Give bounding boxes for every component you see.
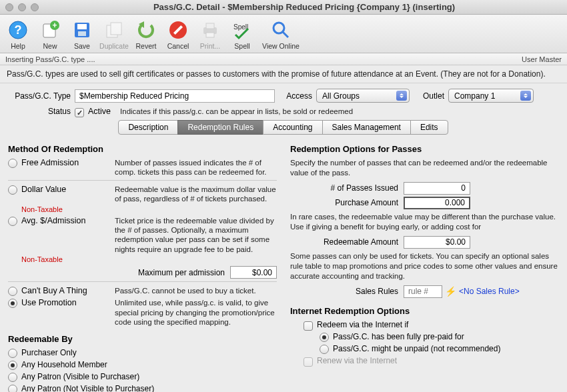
passes-issued-label: # of Passes Issued bbox=[290, 183, 404, 193]
type-label: Pass/G.C. Type bbox=[8, 91, 75, 101]
svg-text:?: ? bbox=[15, 23, 22, 37]
dollar-value-nontax: Non-Taxable bbox=[21, 205, 277, 213]
info-text: Pass/G.C. types are used to sell gift ce… bbox=[0, 65, 567, 83]
revert-label: Revert bbox=[131, 42, 161, 50]
cancel-icon bbox=[167, 19, 189, 41]
spell-icon: Spell bbox=[231, 19, 253, 41]
max-per-admission-label: Maximum per admission bbox=[115, 268, 230, 277]
svg-text:+: + bbox=[52, 21, 57, 30]
method-of-redemption-title: Method Of Redemption bbox=[8, 144, 277, 154]
active-checkbox[interactable] bbox=[75, 108, 84, 117]
view-online-icon bbox=[270, 19, 292, 41]
redemption-options-desc: Specify the number of passes that can be… bbox=[290, 158, 559, 178]
svg-rect-9 bbox=[111, 23, 121, 35]
outlet-label: Outlet bbox=[410, 91, 448, 101]
radio-might-be-unpaid[interactable] bbox=[320, 345, 329, 354]
radio-use-promotion[interactable] bbox=[8, 299, 17, 308]
toolbar: ? Help + New Save Duplicate Revert Cance… bbox=[0, 15, 567, 53]
tab-description[interactable]: Description bbox=[118, 120, 178, 135]
zoom-window-button[interactable] bbox=[31, 3, 39, 11]
outlet-value: Company 1 bbox=[454, 91, 495, 101]
radio-prepaid[interactable] bbox=[320, 333, 329, 342]
free-admission-desc: Number of passes issued indicates the # … bbox=[115, 158, 277, 177]
help-label: Help bbox=[3, 42, 33, 50]
revert-icon bbox=[135, 19, 157, 41]
print-label: Print... bbox=[195, 42, 225, 50]
cant-buy-label: Can't Buy A Thing bbox=[21, 286, 115, 295]
bolt-icon[interactable]: ⚡ bbox=[445, 286, 456, 297]
access-value: All Groups bbox=[322, 91, 360, 101]
max-per-admission-input[interactable] bbox=[230, 266, 277, 279]
view-online-button[interactable]: View Online bbox=[259, 19, 303, 50]
redeemable-by-title: Redeemable By bbox=[8, 334, 277, 344]
no-sales-rule-link[interactable]: <No Sales Rule> bbox=[459, 287, 520, 296]
prepaid-label: Pass/G.C. has been fully pre-paid for bbox=[333, 332, 464, 341]
save-label: Save bbox=[67, 42, 97, 50]
chevron-updown-icon bbox=[396, 91, 407, 101]
revert-button[interactable]: Revert bbox=[131, 19, 161, 50]
type-input[interactable] bbox=[75, 89, 275, 103]
duplicate-button: Duplicate bbox=[99, 19, 129, 50]
purchaser-only-label: Purchaser Only bbox=[21, 348, 77, 357]
spell-button[interactable]: Spell Spell bbox=[227, 19, 257, 50]
free-admission-label: Free Admission bbox=[21, 158, 115, 167]
help-icon: ? bbox=[7, 19, 29, 41]
sales-rules-input[interactable] bbox=[404, 285, 442, 298]
redeemable-amount-input[interactable] bbox=[404, 236, 470, 249]
dollar-value-label: Dollar Value bbox=[21, 185, 115, 194]
any-patron-notvisible-label: Any Patron (Not Visible to Purchaser) bbox=[21, 384, 154, 393]
passes-issued-input[interactable] bbox=[404, 182, 470, 195]
redeem-via-internet-checkbox[interactable] bbox=[304, 321, 313, 331]
use-promotion-desc: Unlimited use, while pass/g.c. is valid,… bbox=[115, 298, 277, 327]
redeemable-amount-label: Redeemable Amount bbox=[290, 237, 404, 247]
status-right: User Master bbox=[522, 55, 562, 63]
status-left: Inserting Pass/G.C. type .... bbox=[5, 55, 95, 63]
help-button[interactable]: ? Help bbox=[3, 19, 33, 50]
radio-any-patron-visible[interactable] bbox=[8, 373, 17, 382]
spell-label: Spell bbox=[227, 42, 257, 50]
any-patron-visible-label: Any Patron (Visible to Purchaser) bbox=[21, 372, 139, 381]
tab-edits[interactable]: Edits bbox=[410, 120, 448, 135]
outlet-select[interactable]: Company 1 bbox=[448, 89, 534, 103]
cancel-label: Cancel bbox=[163, 42, 193, 50]
radio-avg-admission[interactable] bbox=[8, 217, 17, 226]
radio-cant-buy[interactable] bbox=[8, 287, 17, 296]
tab-sales-management[interactable]: Sales Management bbox=[322, 120, 411, 135]
cancel-button[interactable]: Cancel bbox=[163, 19, 193, 50]
purchase-amount-input[interactable] bbox=[404, 197, 470, 209]
radio-any-household[interactable] bbox=[8, 361, 17, 370]
svg-rect-14 bbox=[206, 23, 214, 29]
radio-purchaser-only[interactable] bbox=[8, 349, 17, 358]
radio-any-patron-notvisible[interactable] bbox=[8, 385, 17, 393]
renew-via-internet-label: Renew via the Internet bbox=[317, 356, 397, 365]
status-bar: Inserting Pass/G.C. type .... User Maste… bbox=[0, 53, 567, 65]
status-hint: Indicates if this pass/g.c. can be appea… bbox=[120, 107, 353, 115]
tab-accounting[interactable]: Accounting bbox=[263, 120, 322, 135]
redeem-via-internet-label: Redeem via the Internet if bbox=[317, 320, 408, 329]
print-button: Print... bbox=[195, 19, 225, 50]
new-icon: + bbox=[39, 19, 61, 41]
sales-rules-label: Sales Rules bbox=[290, 287, 404, 296]
rare-case-note: In rare cases, the redeemable value may … bbox=[290, 212, 559, 232]
avg-admission-label: Avg. $/Admission bbox=[21, 216, 115, 225]
close-window-button[interactable] bbox=[5, 3, 13, 11]
new-button[interactable]: + New bbox=[35, 19, 65, 50]
save-icon bbox=[71, 19, 93, 41]
chevron-updown-icon bbox=[520, 91, 531, 101]
save-button[interactable]: Save bbox=[67, 19, 97, 50]
avg-admission-nontax: Non-Taxable bbox=[21, 255, 277, 263]
tab-redemption-rules[interactable]: Redemption Rules bbox=[177, 120, 263, 135]
radio-free-admission[interactable] bbox=[8, 159, 17, 168]
sales-rules-note: Some passes can only be used for tickets… bbox=[290, 251, 559, 281]
print-icon bbox=[199, 19, 221, 41]
internet-redemption-title: Internet Redemption Options bbox=[290, 306, 559, 316]
access-select[interactable]: All Groups bbox=[316, 89, 410, 103]
svg-rect-15 bbox=[206, 33, 214, 37]
cant-buy-desc: Pass/G.C. cannot be used to buy a ticket… bbox=[115, 286, 277, 295]
radio-dollar-value[interactable] bbox=[8, 185, 17, 195]
use-promotion-label: Use Promotion bbox=[21, 298, 115, 307]
any-household-label: Any Household Member bbox=[21, 360, 107, 369]
minimize-window-button[interactable] bbox=[18, 3, 26, 11]
purchase-amount-label: Purchase Amount bbox=[290, 198, 404, 207]
renew-via-internet-checkbox bbox=[304, 357, 313, 367]
